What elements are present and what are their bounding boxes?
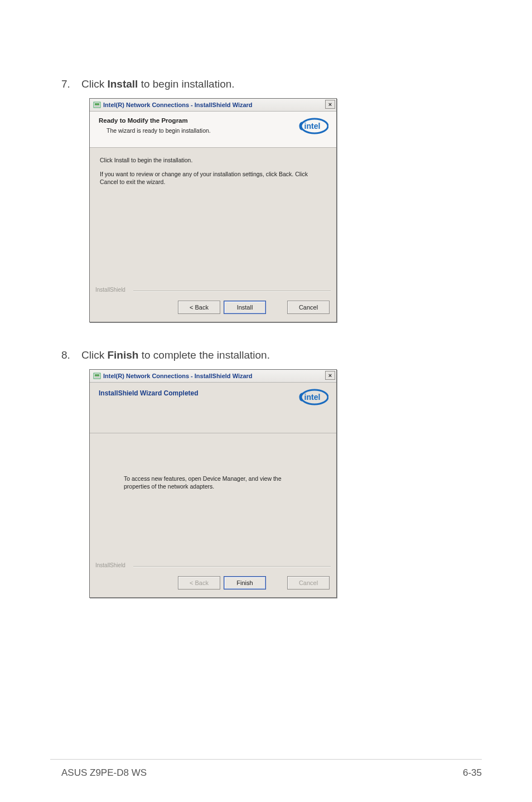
divider-rule: [133, 566, 331, 567]
svg-text:intel: intel: [304, 393, 321, 402]
finish-button-label: Finish: [236, 579, 253, 586]
step-text: Click Finish to complete the installatio…: [81, 349, 270, 361]
footer-left: ASUS Z9PE-D8 WS: [61, 767, 147, 779]
dialog-header: Ready to Modify the Program The wizard i…: [90, 112, 336, 148]
intel-logo: intel: [296, 117, 328, 136]
close-icon[interactable]: ×: [325, 371, 335, 380]
header-title: Ready to Modify the Program: [99, 117, 327, 124]
button-row: < Back Finish Cancel: [90, 571, 336, 597]
step-text-bold: Finish: [107, 349, 138, 361]
step-text-suffix: to begin installation.: [138, 78, 234, 90]
body-instruction-2: If you want to review or change any of y…: [100, 170, 321, 186]
button-spacer: [96, 301, 175, 314]
intel-logo: intel: [296, 388, 328, 407]
step-text-bold: Install: [107, 78, 138, 90]
svg-text:intel: intel: [304, 122, 321, 131]
completion-message: To access new features, open Device Mana…: [124, 475, 302, 490]
footer-right: 6-35: [463, 767, 482, 779]
dialog-body: To access new features, open Device Mana…: [90, 433, 336, 565]
svg-rect-2: [95, 106, 99, 107]
brand-label: InstallShield: [95, 562, 128, 568]
button-gap: [269, 301, 284, 314]
step-number: 8.: [61, 349, 81, 361]
cancel-button-label: Cancel: [299, 304, 318, 311]
divider-rule: [133, 291, 331, 291]
step-text-prefix: Click: [81, 349, 107, 361]
close-icon[interactable]: ×: [325, 100, 335, 109]
cancel-button-label: Cancel: [299, 579, 318, 586]
install-dialog-completed: Intel(R) Network Connections - InstallSh…: [89, 369, 337, 598]
titlebar[interactable]: Intel(R) Network Connections - InstallSh…: [90, 99, 336, 112]
button-row: < Back Install Cancel: [90, 295, 336, 322]
svg-rect-6: [95, 374, 99, 376]
dialog-body: Click Install to begin the installation.…: [90, 148, 336, 289]
install-button[interactable]: Install: [224, 301, 266, 314]
back-button-label: < Back: [190, 304, 209, 311]
brand-label: InstallShield: [95, 287, 128, 293]
installer-icon: [93, 101, 101, 109]
installer-icon: [93, 372, 101, 380]
step-7: 7. Click Install to begin installation.: [61, 78, 482, 90]
dialog-header: InstallShield Wizard Completed intel: [90, 383, 336, 433]
document-page: 7. Click Install to begin installation. …: [0, 0, 532, 802]
install-dialog-ready: Intel(R) Network Connections - InstallSh…: [89, 98, 337, 322]
page-footer: ASUS Z9PE-D8 WS 6-35: [61, 767, 482, 779]
cancel-button[interactable]: Cancel: [287, 301, 330, 314]
button-spacer: [96, 576, 175, 590]
close-glyph: ×: [328, 372, 332, 379]
window-title: Intel(R) Network Connections - InstallSh…: [103, 373, 253, 379]
install-button-label: Install: [237, 304, 253, 311]
step-text-suffix: to complete the installation.: [138, 349, 270, 361]
step-text: Click Install to begin installation.: [81, 78, 235, 90]
step-8: 8. Click Finish to complete the installa…: [61, 349, 482, 361]
back-button: < Back: [178, 576, 220, 590]
svg-rect-1: [95, 103, 99, 105]
brand-divider: InstallShield: [90, 289, 336, 295]
header-subtitle: The wizard is ready to begin installatio…: [99, 127, 327, 134]
svg-rect-7: [95, 377, 99, 378]
window-title: Intel(R) Network Connections - InstallSh…: [103, 102, 253, 108]
back-button[interactable]: < Back: [178, 301, 220, 314]
finish-button[interactable]: Finish: [224, 576, 266, 590]
titlebar[interactable]: Intel(R) Network Connections - InstallSh…: [90, 370, 336, 383]
button-gap: [269, 576, 284, 590]
close-glyph: ×: [328, 101, 332, 108]
step-number: 7.: [61, 78, 81, 90]
footer-divider: [50, 759, 482, 760]
back-button-label: < Back: [190, 579, 209, 586]
cancel-button: Cancel: [287, 576, 330, 590]
brand-divider: InstallShield: [90, 565, 336, 571]
step-text-prefix: Click: [81, 78, 107, 90]
header-title: InstallShield Wizard Completed: [99, 389, 327, 397]
body-instruction-1: Click Install to begin the installation.: [100, 157, 326, 163]
